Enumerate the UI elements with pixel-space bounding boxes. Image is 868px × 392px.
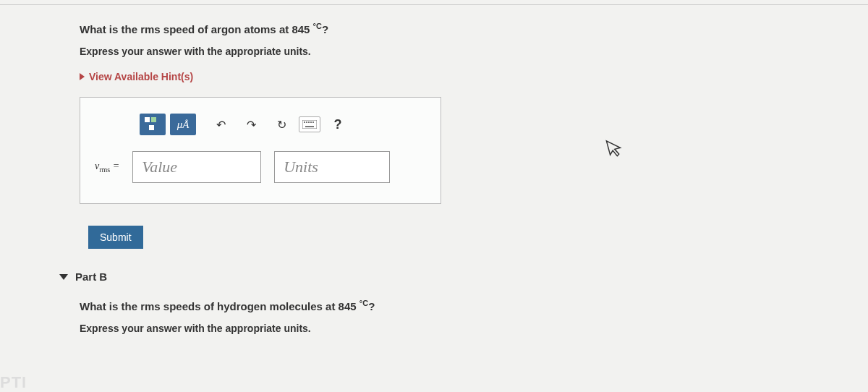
- degree-symbol: °C: [313, 22, 322, 30]
- redo-button[interactable]: ↷: [238, 114, 264, 135]
- svg-rect-0: [302, 120, 317, 129]
- variable-label: vrms =: [95, 161, 119, 174]
- top-rule: [0, 4, 868, 5]
- svg-rect-4: [310, 122, 312, 123]
- part-b-label: Part B: [75, 270, 107, 283]
- part-b-instruction: Express your answer with the appropriate…: [80, 323, 854, 334]
- question-text-prefix: What is the rms speed of argon atoms at …: [80, 23, 313, 35]
- svg-rect-5: [312, 122, 314, 123]
- part-a-question: What is the rms speed of argon atoms at …: [80, 22, 854, 35]
- svg-rect-3: [308, 122, 310, 123]
- svg-rect-6: [305, 126, 314, 127]
- part-b-degree-symbol: °C: [359, 299, 368, 307]
- part-a-instruction: Express your answer with the appropriate…: [80, 46, 854, 57]
- part-b-question-prefix: What is the rms speeds of hydrogen molec…: [80, 300, 359, 312]
- view-hints-link[interactable]: View Available Hint(s): [80, 71, 193, 82]
- equation-toolbar: μÅ ↶ ↷ ↻ ?: [140, 114, 426, 135]
- submit-button[interactable]: Submit: [88, 226, 143, 249]
- watermark-stub: PTI: [0, 373, 27, 392]
- chevron-right-icon: [80, 73, 85, 80]
- reset-button[interactable]: ↻: [268, 114, 294, 135]
- hints-label: View Available Hint(s): [89, 71, 193, 82]
- special-chars-button[interactable]: μÅ: [170, 114, 196, 135]
- templates-button[interactable]: [140, 114, 166, 135]
- part-b-question: What is the rms speeds of hydrogen molec…: [80, 299, 854, 312]
- equals-sign: =: [110, 161, 119, 171]
- help-button[interactable]: ?: [325, 114, 351, 135]
- units-input[interactable]: Units: [274, 151, 390, 183]
- answer-panel: μÅ ↶ ↷ ↻ ? vrms = Value Units: [80, 97, 441, 204]
- value-input[interactable]: Value: [132, 151, 261, 183]
- part-b-header[interactable]: Part B: [59, 270, 854, 283]
- chevron-down-icon: [59, 274, 68, 280]
- keyboard-button[interactable]: [299, 116, 320, 132]
- var-subscript: rms: [99, 166, 110, 174]
- svg-rect-2: [306, 122, 307, 123]
- page-content: What is the rms speed of argon atoms at …: [0, 0, 868, 362]
- undo-button[interactable]: ↶: [208, 114, 234, 135]
- input-row: vrms = Value Units: [95, 151, 426, 183]
- question-text-suffix: ?: [322, 23, 328, 35]
- part-b-question-suffix: ?: [368, 300, 375, 312]
- svg-rect-1: [304, 122, 305, 123]
